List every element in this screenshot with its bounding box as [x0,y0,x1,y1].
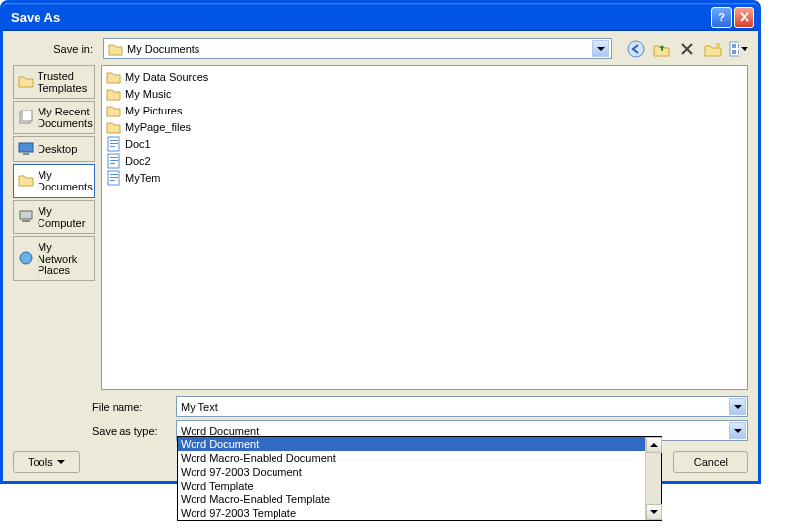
save-as-type-label: Save as type: [13,425,176,437]
places-item-label: Trusted Templates [38,70,90,94]
file-item-name: My Pictures [125,105,182,116]
doc-icon [106,153,121,169]
file-item-name: MyTem [125,172,160,184]
places-item[interactable]: My Documents [13,164,95,197]
dropdown-item[interactable]: Word Macro-Enabled Document [178,451,661,465]
save-as-type-dropdown[interactable]: Word DocumentWord Macro-Enabled Document… [177,436,662,521]
cancel-button[interactable]: Cancel [673,451,748,473]
svg-rect-2 [732,44,736,48]
save-in-combo[interactable]: My Documents [103,38,612,59]
places-item[interactable]: My Network Places [13,236,95,281]
svg-point-0 [628,41,644,57]
desktop-icon [18,141,34,157]
places-item[interactable]: My Recent Documents [13,101,95,134]
svg-rect-4 [732,50,736,54]
filename-value: My Text [181,401,218,413]
file-item[interactable]: My Data Sources [104,68,746,85]
svg-rect-3 [738,44,739,48]
help-button[interactable]: ? [711,7,732,28]
svg-rect-16 [110,146,115,147]
filename-field[interactable]: My Text [176,396,748,417]
svg-rect-19 [110,160,118,161]
file-item[interactable]: Doc1 [104,135,746,152]
svg-rect-8 [19,143,33,152]
delete-button[interactable] [677,39,697,59]
titlebar: Save As ? [3,3,758,31]
dropdown-item[interactable]: Word 97-2003 Template [178,506,661,520]
filename-arrow-icon[interactable] [729,398,746,415]
folder-icon [18,173,34,189]
file-item-name: My Data Sources [125,71,208,83]
file-item[interactable]: My Pictures [104,102,746,118]
file-item-name: Doc1 [125,138,151,150]
back-button[interactable] [626,39,646,59]
dropdown-scrollbar[interactable] [645,437,661,520]
places-item-label: Desktop [38,143,77,155]
saveastype-arrow-icon[interactable] [729,422,746,439]
dropdown-item[interactable]: Word Macro-Enabled Template [178,493,661,506]
places-item-label: My Computer [38,205,90,229]
network-icon [18,251,34,266]
up-one-level-button[interactable] [652,39,671,59]
places-bar: Trusted TemplatesMy Recent DocumentsDesk… [13,65,97,390]
svg-point-12 [20,252,32,264]
file-item[interactable]: Doc2 [104,152,746,169]
svg-rect-18 [110,157,118,158]
file-item[interactable]: MyTem [104,169,746,186]
save-in-label: Save in: [13,43,97,55]
scroll-down-button[interactable] [646,504,662,520]
svg-rect-20 [110,163,115,164]
file-item-name: MyPage_files [125,121,191,133]
scroll-up-button[interactable] [646,437,662,453]
dropdown-item[interactable]: Word 97-2003 Document [178,465,661,479]
views-button[interactable] [729,39,748,59]
file-item[interactable]: MyPage_files [104,118,746,135]
svg-rect-9 [23,153,29,155]
folder-special-icon [106,69,121,85]
file-item[interactable]: My Music [104,85,746,102]
file-item-name: Doc2 [125,155,151,167]
places-item-label: My Network Places [38,241,90,276]
svg-rect-23 [110,177,118,178]
svg-rect-15 [110,143,118,144]
file-item-name: My Music [125,88,171,100]
places-item-label: My Recent Documents [38,106,93,129]
places-item[interactable]: My Computer [13,200,95,234]
new-folder-button[interactable] [703,39,723,59]
tools-button[interactable]: Tools [13,451,80,473]
doc-icon [106,170,121,186]
svg-rect-7 [22,110,32,121]
save-as-type-value: Word Document [181,425,259,437]
svg-rect-24 [110,180,115,181]
file-list[interactable]: My Data SourcesMy MusicMy PicturesMyPage… [101,65,748,390]
cancel-label: Cancel [694,456,728,468]
filename-label: File name: [13,401,176,413]
save-as-dialog: Save As ? Save in: My Documents [0,0,761,484]
doc-icon [106,136,121,152]
save-in-value: My Documents [127,43,199,55]
svg-rect-14 [110,140,118,141]
svg-rect-22 [110,174,118,175]
folder-icon [106,86,121,102]
combo-arrow-icon[interactable] [592,40,609,57]
folder-icon [106,119,121,135]
svg-rect-11 [22,220,30,222]
dropdown-item[interactable]: Word Template [178,479,661,493]
places-item[interactable]: Desktop [13,136,95,162]
places-item[interactable]: Trusted Templates [13,65,95,99]
svg-rect-5 [738,50,739,54]
dialog-title: Save As [11,10,709,25]
svg-rect-10 [20,211,32,219]
folder-icon [18,74,34,90]
dropdown-item[interactable]: Word Document [178,437,661,451]
docs-icon [18,110,34,125]
folder-icon [108,42,123,56]
computer-icon [18,209,34,225]
places-item-label: My Documents [38,169,93,192]
close-button[interactable] [734,7,754,28]
folder-icon [106,103,121,118]
tools-label: Tools [28,456,53,468]
